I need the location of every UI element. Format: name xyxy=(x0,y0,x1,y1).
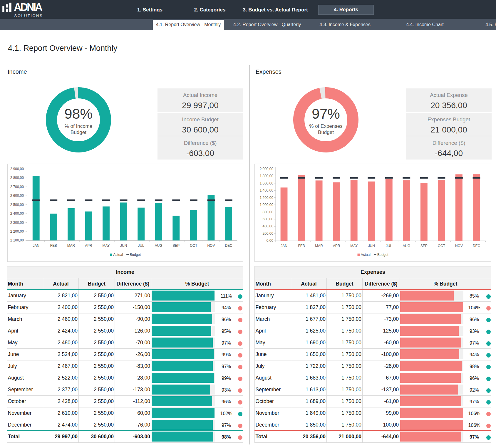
svg-text:JUN: JUN xyxy=(120,244,127,248)
svg-text:% of Income: % of Income xyxy=(65,123,93,129)
svg-text:Actual: Actual xyxy=(113,253,123,257)
svg-text:JUL: JUL xyxy=(138,244,145,248)
svg-text:2 800,00: 2 800,00 xyxy=(10,176,24,180)
svg-text:NOV: NOV xyxy=(455,244,463,248)
svg-text:400,00: 400,00 xyxy=(263,224,274,228)
svg-text:1 200,00: 1 200,00 xyxy=(260,196,274,200)
svg-text:Budget: Budget xyxy=(71,130,86,135)
svg-text:APR: APR xyxy=(85,244,92,248)
svg-text:Budget: Budget xyxy=(318,130,334,135)
svg-text:FEB: FEB xyxy=(298,244,305,248)
svg-text:2 000,00: 2 000,00 xyxy=(260,167,274,171)
svg-text:2 900,00: 2 900,00 xyxy=(10,167,24,171)
svg-text:1 600,00: 1 600,00 xyxy=(260,181,274,185)
svg-text:MAR: MAR xyxy=(67,244,75,248)
svg-text:2 300,00: 2 300,00 xyxy=(10,221,24,225)
svg-text:APR: APR xyxy=(333,244,340,248)
svg-text:NOV: NOV xyxy=(207,244,215,248)
svg-text:JUN: JUN xyxy=(368,244,375,248)
svg-text:SEP: SEP xyxy=(172,244,180,248)
svg-text:2 500,00: 2 500,00 xyxy=(10,203,24,207)
svg-text:MAY: MAY xyxy=(103,244,110,248)
svg-text:% of Expenses: % of Expenses xyxy=(309,123,342,129)
svg-text:2 700,00: 2 700,00 xyxy=(10,185,24,189)
svg-text:Actual: Actual xyxy=(361,253,371,257)
svg-text:Budget: Budget xyxy=(377,253,388,257)
svg-text:2 100,00: 2 100,00 xyxy=(10,238,24,242)
svg-text:1 000,00: 1 000,00 xyxy=(260,203,274,207)
svg-text:DEC: DEC xyxy=(473,244,480,248)
svg-text:97%: 97% xyxy=(312,106,340,122)
svg-text:JUL: JUL xyxy=(386,244,392,248)
svg-text:1 800,00: 1 800,00 xyxy=(260,174,274,178)
svg-text:MAY: MAY xyxy=(350,244,358,248)
svg-text:600,00: 600,00 xyxy=(263,217,274,221)
svg-text:DEC: DEC xyxy=(225,244,232,248)
svg-text:SOLUTIONS: SOLUTIONS xyxy=(14,14,43,18)
svg-text:AUG: AUG xyxy=(403,244,410,248)
svg-text:800,00: 800,00 xyxy=(263,210,274,214)
svg-text:OCT: OCT xyxy=(190,244,197,248)
svg-text:2 400,00: 2 400,00 xyxy=(10,212,24,216)
svg-text:Budget: Budget xyxy=(130,253,141,257)
svg-text:2 200,00: 2 200,00 xyxy=(10,229,24,234)
svg-text:JAN: JAN xyxy=(281,244,287,248)
svg-text:200,00: 200,00 xyxy=(263,231,274,236)
svg-text:ADNIA: ADNIA xyxy=(14,1,43,13)
svg-text:2 600,00: 2 600,00 xyxy=(10,194,24,198)
svg-text:OCT: OCT xyxy=(438,244,445,248)
svg-text:FEB: FEB xyxy=(50,244,57,248)
svg-text:JAN: JAN xyxy=(33,244,39,248)
svg-text:MAR: MAR xyxy=(315,244,323,248)
svg-text:98%: 98% xyxy=(64,106,93,122)
svg-text:AUG: AUG xyxy=(155,244,162,248)
svg-text:1 400,00: 1 400,00 xyxy=(260,188,274,192)
svg-text:0,00: 0,00 xyxy=(267,239,274,243)
svg-text:SEP: SEP xyxy=(420,244,428,248)
